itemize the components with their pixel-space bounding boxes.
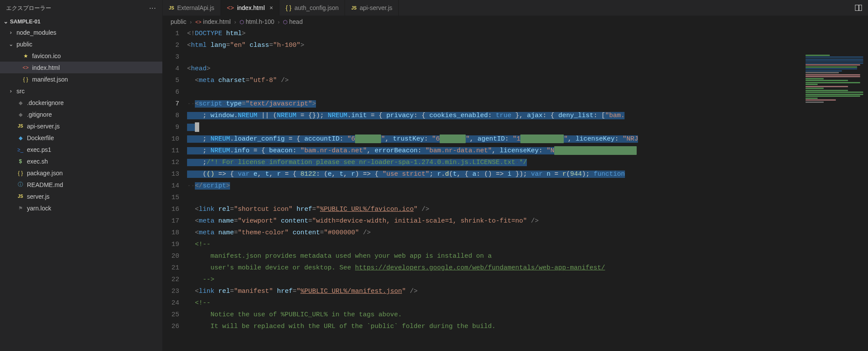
close-icon[interactable]: × [270,4,273,11]
file-item[interactable]: JSserver.js [0,190,162,202]
file-label: index.html [32,64,60,71]
folder-item[interactable]: ⌄public [0,38,162,50]
breadcrumb-item[interactable]: ⬡ html.h-100 [240,18,274,25]
file-item[interactable]: JSapi-server.js [0,120,162,132]
line-gutter: 1234567891011121314151617181920212223242… [163,28,187,351]
code-line[interactable]: manifest.json provides metadata used whe… [187,250,868,262]
line-number: 13 [163,168,179,180]
code-line[interactable]: <head> [187,63,868,75]
sidebar-header: エクスプローラー ··· [0,0,162,16]
line-number: 24 [163,297,179,309]
chevron-icon: › [8,29,14,36]
line-number: 20 [163,250,179,262]
chevron-icon: › [8,88,14,94]
file-item[interactable]: ★favicon.ico [0,50,162,62]
split-editor-icon[interactable] [855,5,862,11]
chevron-down-icon: ⌄ [3,18,9,25]
editor[interactable]: 1234567891011121314151617181920212223242… [163,28,868,351]
code-line[interactable]: <!-- [187,297,868,309]
code-line[interactable]: <meta name="theme-color" content="#00000… [187,227,868,239]
file-label: manifest.json [32,76,68,83]
file-item[interactable]: <>index.html [0,62,162,73]
code-line[interactable]: <meta charset="utf-8" /> [187,75,868,86]
project-name: SAMPLE-01 [10,19,40,25]
editor-tab[interactable]: { }auth_config.json [279,0,345,16]
chevron-icon: ⌄ [8,41,14,47]
breadcrumbs[interactable]: public›<> index.html›⬡ html.h-100›⬡ head [163,16,868,28]
code-line[interactable]: <meta name="viewport" content="width=dev… [187,215,868,227]
line-number: 17 [163,215,179,227]
tabbar-actions [849,0,868,16]
code-line[interactable]: <!DOCTYPE html> [187,28,868,39]
line-number: 12 [163,157,179,168]
file-label: .dockerignore [27,99,64,106]
code-line[interactable]: <html lang="en" class="h-100"> [187,39,868,51]
file-label: README.md [27,181,63,188]
tab-label: index.html [237,4,265,11]
editor-tab[interactable]: <>index.html× [221,0,279,16]
line-number: 4 [163,63,179,75]
code-line[interactable] [187,86,868,98]
file-item[interactable]: { }manifest.json [0,73,162,85]
code-line[interactable]: (() => { var e, t, r = { 8122: (e, t, r)… [187,168,868,180]
line-number: 11 [163,145,179,157]
code-line[interactable]: Notice the use of %PUBLIC_URL% in the ta… [187,309,868,321]
line-number: 19 [163,239,179,250]
more-icon[interactable]: ··· [149,4,156,12]
code-area[interactable]: <!DOCTYPE html><html lang="en" class="h-… [187,28,868,351]
line-number: 6 [163,86,179,98]
project-header[interactable]: ⌄ SAMPLE-01 [0,16,162,26]
tab-label: ExternalApi.js [177,4,214,11]
code-line[interactable]: <!-- [187,239,868,250]
line-number: 1 [163,28,179,39]
code-line[interactable] [187,121,868,133]
file-item[interactable]: ◆.gitignore [0,108,162,120]
code-line[interactable]: ··</script> [187,180,868,192]
tab-bar: JSExternalApi.js<>index.html×{ }auth_con… [163,0,868,16]
line-number: 21 [163,262,179,274]
code-line[interactable]: <link rel="shortcut icon" href="%PUBLIC_… [187,203,868,215]
code-line[interactable]: ··<script·type="text/javascript"> [187,98,868,110]
code-line[interactable]: user's mobile device or desktop. See htt… [187,262,868,274]
file-label: exec.ps1 [27,146,51,153]
line-number: 16 [163,203,179,215]
tab-label: api-server.js [360,4,392,11]
line-number: 7 [163,98,179,110]
sidebar-title: エクスプローラー [6,4,51,12]
code-line[interactable] [187,192,868,203]
file-item[interactable]: ⓘREADME.md [0,179,162,190]
line-number: 15 [163,192,179,203]
code-line[interactable]: --> [187,274,868,285]
line-number: 8 [163,110,179,121]
code-line[interactable]: ; window.NREUM || (NREUM = {}); NREUM.in… [187,110,868,121]
code-line[interactable]: ; NREUM.info = { beacon: "bam.nr-data.ne… [187,145,868,157]
code-line[interactable]: It will be replaced with the URL of the … [187,321,868,332]
file-item[interactable]: $exec.sh [0,155,162,167]
file-label: yarn.lock [27,205,51,212]
line-number: 2 [163,39,179,51]
file-item[interactable]: { }package.json [0,167,162,179]
line-number: 14 [163,180,179,192]
file-item[interactable]: ⚑yarn.lock [0,202,162,214]
file-item[interactable]: ◆Dockerfile [0,132,162,144]
file-item[interactable]: ≥_exec.ps1 [0,144,162,155]
file-item[interactable]: ◆.dockerignore [0,97,162,108]
line-number: 10 [163,133,179,145]
breadcrumb-item[interactable]: <> index.html [195,18,231,25]
folder-item[interactable]: ›src [0,85,162,97]
code-line[interactable]: ; NREUM.loader_config = { accountID: "6"… [187,133,868,145]
editor-tab[interactable]: JSapi-server.js [345,0,399,16]
editor-area: JSExternalApi.js<>index.html×{ }auth_con… [163,0,868,351]
minimap[interactable] [804,54,865,162]
line-number: 5 [163,75,179,86]
editor-tab[interactable]: JSExternalApi.js [163,0,221,16]
breadcrumb-item[interactable]: ⬡ head [283,18,302,25]
folder-item[interactable]: ›node_modules [0,26,162,38]
code-line[interactable]: ;/*!·For·license·information·please·see·… [187,157,868,168]
code-line[interactable]: <link rel="manifest" href="%PUBLIC_URL%/… [187,285,868,297]
code-line[interactable] [187,51,868,63]
file-label: api-server.js [27,123,59,130]
line-number: 23 [163,285,179,297]
file-label: package.json [27,170,63,177]
breadcrumb-item[interactable]: public [171,18,187,25]
